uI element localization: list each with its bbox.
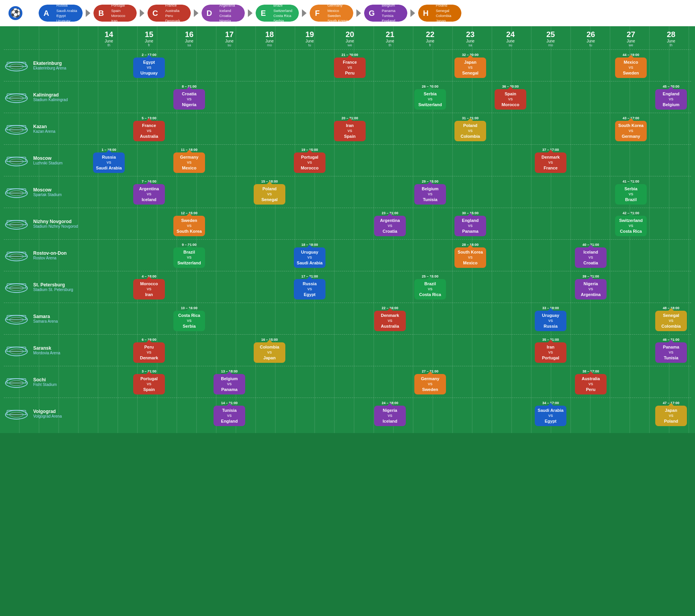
group-arrow-0 <box>86 9 90 17</box>
slot-4-9 <box>450 179 490 205</box>
slot-1-14: 45 – 20:00EnglandVSBelgium <box>651 85 691 110</box>
slot-9-13 <box>611 338 651 363</box>
slot-4-2 <box>169 179 209 205</box>
slot-2-10 <box>490 116 531 141</box>
slot-9-9 <box>450 338 490 363</box>
slot-2-5 <box>290 116 330 141</box>
slot-4-12 <box>571 179 611 205</box>
match-card-23: 23 – 21:00ArgentinaVSCroatia <box>374 211 406 236</box>
slot-5-7: 23 – 21:00ArgentinaVSCroatia <box>370 211 410 236</box>
slot-2-8 <box>410 116 450 141</box>
slot-1-3 <box>209 85 249 110</box>
match-card-42: 42 – 21:00SwitzerlandVSCosta Rica <box>615 211 647 236</box>
slot-0-13: 44 – 19:00MexicoVSSweden <box>611 53 651 78</box>
venue-row-10: SochiFisht Stadium3 – 21:00PortugalVSSpa… <box>4 366 691 398</box>
match-card-7: 7 – 16:00ArgentinaVSIceland <box>133 179 165 205</box>
slot-3-14 <box>651 148 691 173</box>
slot-11-2 <box>169 401 209 426</box>
slot-7-12: 39 – 21:00NigeriaVSArgentina <box>571 274 611 300</box>
slot-8-4 <box>249 306 290 331</box>
slot-7-7 <box>370 274 410 300</box>
slot-6-1 <box>129 243 169 268</box>
slot-2-9: 31 – 21:00PolandVSColombia <box>450 116 490 141</box>
slot-3-2: 11 – 18:00GermanyVSMexico <box>169 148 209 173</box>
slot-7-11 <box>531 274 571 300</box>
slot-9-0 <box>89 338 129 363</box>
match-card-32: 32 – 20:00JapanVSSenegal <box>454 53 486 78</box>
matches-area-4: 7 – 16:00ArgentinaVSIceland15 – 18:00Pol… <box>89 179 691 205</box>
match-card-14: 14 – 21:00TunisiaVSEngland <box>214 401 245 426</box>
slot-1-12 <box>571 85 611 110</box>
slot-6-7 <box>370 243 410 268</box>
slot-4-11 <box>531 179 571 205</box>
venue-info-4: MoscowSpartak Stadium <box>4 184 89 200</box>
slot-3-12 <box>571 148 611 173</box>
venue-row-4: MoscowSpartak Stadium7 – 16:00ArgentinaV… <box>4 176 691 208</box>
slot-6-11 <box>531 243 571 268</box>
date-col-13: 27Junewe <box>611 30 651 47</box>
slot-10-5 <box>290 369 330 394</box>
slot-0-7 <box>370 53 410 78</box>
slot-2-6: 20 – 21:00IranVSSpain <box>330 116 370 141</box>
match-card-3: 3 – 21:00PortugalVSSpain <box>133 369 165 394</box>
slot-5-5 <box>290 211 330 236</box>
slot-8-8 <box>410 306 450 331</box>
slot-1-9 <box>450 85 490 110</box>
matches-area-5: 12 – 15:00SwedenVSSouth Korea23 – 21:00A… <box>89 211 691 236</box>
date-col-11: 25Junemo <box>531 30 571 47</box>
group-arrow-1 <box>140 9 144 17</box>
slot-9-7 <box>370 338 410 363</box>
match-card-31: 31 – 21:00PolandVSColombia <box>454 116 486 141</box>
match-card-10: 10 – 16:00Costa RicaVSSerbia <box>173 306 205 331</box>
date-col-0: 14Juneth <box>89 30 129 47</box>
slot-5-12 <box>571 211 611 236</box>
slot-8-14: 48 – 18:00SenegalVSColombia <box>651 306 691 331</box>
slot-6-10 <box>490 243 531 268</box>
date-col-14: 28Juneth <box>651 30 691 47</box>
slot-3-7 <box>370 148 410 173</box>
match-card-48: 48 – 18:00SenegalVSColombia <box>655 306 687 331</box>
schedule-area: 14Juneth15Junefr16Junesa17Junesu18Junemo… <box>0 26 695 433</box>
slot-2-1: 5 – 13:00FranceVSAustralia <box>129 116 169 141</box>
match-card-26: 26 – 20:00SerbiaVSSwitzerland <box>414 85 446 110</box>
date-header: 14Juneth15Junefr16Junesa17Junesu18Junemo… <box>89 30 691 47</box>
group-arrow-2 <box>194 9 198 17</box>
group-arrow-3 <box>248 9 253 17</box>
slot-1-13 <box>611 85 651 110</box>
match-card-33: 33 – 18:00UruguayVSRussia <box>535 306 566 331</box>
date-col-8: 22Junefr <box>410 30 450 47</box>
date-col-12: 26Junetu <box>571 30 611 47</box>
slot-11-1 <box>129 401 169 426</box>
slot-2-2 <box>169 116 209 141</box>
slot-3-5: 19 – 15:00PortugalVSMorocco <box>290 148 330 173</box>
match-card-22: 22 – 16:00DenmarkVSAustralia <box>374 306 406 331</box>
match-card-12: 12 – 15:00SwedenVSSouth Korea <box>173 211 205 236</box>
match-card-9: 9 – 21:00BrazilVSSwitzerland <box>173 243 205 268</box>
slot-8-1 <box>129 306 169 331</box>
venue-info-9: SaranskMordovia Arena <box>4 342 89 359</box>
matches-area-9: 6 – 19:00PeruVSDenmark16 – 15:00Colombia… <box>89 338 691 363</box>
venue-row-11: VolgogradVolgograd Arena14 – 21:00Tunisi… <box>4 398 691 429</box>
slot-0-0 <box>89 53 129 78</box>
slot-3-1 <box>129 148 169 173</box>
match-card-11: 11 – 18:00GermanyVSMexico <box>173 148 205 173</box>
slot-1-7 <box>370 85 410 110</box>
slot-10-4 <box>249 369 290 394</box>
slot-4-8: 29 – 15:00BelgiumVSTunisia <box>410 179 450 205</box>
slot-7-6 <box>330 274 370 300</box>
venue-info-2: KazanKazan Arena <box>4 121 89 137</box>
slot-2-11 <box>531 116 571 141</box>
venue-row-2: KazanKazan Arena5 – 13:00FranceVSAustral… <box>4 113 691 144</box>
trophy-icon: ⚽ <box>8 5 23 21</box>
slot-1-8: 26 – 20:00SerbiaVSSwitzerland <box>410 85 450 110</box>
slot-1-0 <box>89 85 129 110</box>
slot-10-6 <box>330 369 370 394</box>
slot-0-10 <box>490 53 531 78</box>
slot-11-9 <box>450 401 490 426</box>
slot-3-10 <box>490 148 531 173</box>
slot-9-3 <box>209 338 249 363</box>
slot-6-14 <box>651 243 691 268</box>
slot-11-6 <box>330 401 370 426</box>
slot-4-6 <box>330 179 370 205</box>
slot-3-3 <box>209 148 249 173</box>
